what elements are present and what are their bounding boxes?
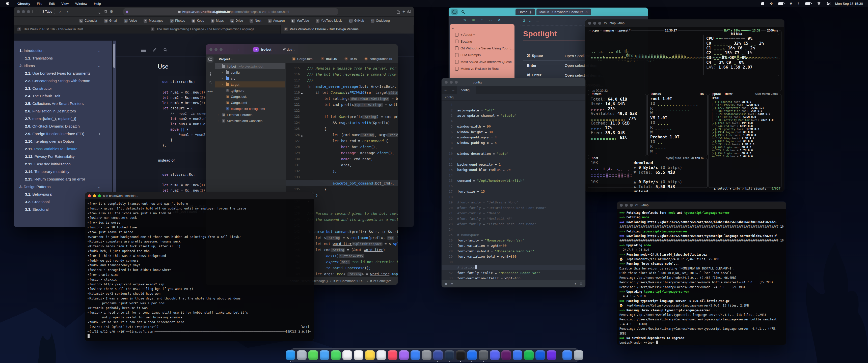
nav-forward-icon[interactable]: → [450,88,457,92]
ide-back-icon[interactable]: ← [225,47,232,52]
dock-icon-notes[interactable] [365,351,375,360]
dock-icon-calendar[interactable] [354,351,363,360]
search-icon[interactable] [460,9,466,14]
battery-icon[interactable] [805,2,811,5]
breadcrumb[interactable]: if let Some(pre... [370,279,394,283]
project-tool-icon[interactable] [207,57,214,63]
bookmark-item[interactable]: GCalendar [77,19,100,23]
toc-item[interactable]: 2. Idioms⌄ [20,63,97,68]
bookmark-item[interactable]: ◯GitHub [347,19,366,23]
folder-icon[interactable] [451,9,458,14]
add-tab-icon[interactable]: + [402,9,405,14]
bookmark-item[interactable]: ❝Messages [141,19,165,23]
zed-traffic-lights[interactable] [444,81,458,84]
ide-traffic-lights[interactable] [210,48,222,51]
share-icon[interactable] [397,10,400,13]
toc-item[interactable]: 2.13. Easy doc initialization [20,162,97,166]
toc-item[interactable]: 2.2. Concatenating Strings with format! [20,78,97,83]
active-app-name[interactable]: Ghostty [14,2,34,5]
dock-icon-downloads[interactable] [562,351,572,360]
toc-item[interactable]: 1.1. Translations [20,56,97,61]
zed-tab-config[interactable]: config [457,86,476,94]
browser-toolbar[interactable]: 3 Tabs ‹ › ⚙ https://rust-unofficial.git… [14,7,414,16]
terminal-icon[interactable]: ▤ [451,282,453,286]
fan-stats-icon[interactable]: ✣ [770,2,773,5]
feedback-icon[interactable]: ☰ [580,282,582,286]
editor-tab[interactable]: Rconfiguration.rs [361,55,395,63]
copy-tabs-icon[interactable] [407,10,411,13]
tree-row[interactable]: › src [215,75,285,81]
dock-icon-bitwarden[interactable] [535,351,545,360]
irc-title-bar[interactable]: ssh brian@hatemachin... [85,192,314,199]
browser-traffic-lights[interactable] [17,10,30,13]
note-file-item[interactable]: + About + [452,31,515,38]
bookmark-item[interactable]: ▶YouTube [289,19,311,23]
tree-row[interactable]: › config [215,69,285,75]
toc-item[interactable]: 2.9. Foreign function interface (FFI)› [20,131,97,136]
brew-terminal-body[interactable]: ==> Fetching downloads for: node and typ… [617,209,786,345]
sidebar-toggle-icon[interactable] [33,10,37,13]
ide-title-bar[interactable]: ← → IB irc-bot ⌄ dev ⌄ [206,44,398,55]
bookmark-item[interactable]: MGmail [102,19,120,23]
project-name[interactable]: irc-bot [261,47,271,52]
toc-item[interactable]: 2.8. On-Stack Dynamic Dispatch [20,124,97,129]
back-arrow-icon[interactable]: ← [529,19,532,23]
process-tree[interactable]: [-]-1 launchd root 0B 0.0 ├─ 4173 Previe… [711,100,774,158]
commit-tool-icon[interactable] [209,72,212,77]
expand-icon[interactable]: ▭ [489,18,492,22]
zed-breadcrumb[interactable]: config [441,94,585,101]
breadcrumb[interactable]: if let Command::PR... [333,279,365,283]
brew-traffic-lights[interactable] [620,204,633,207]
toc-item[interactable]: 2.3. Constructor [20,86,97,91]
nav-back-icon[interactable]: ← [441,88,450,92]
tabs-count-button[interactable]: 3 Tabs [40,9,55,14]
toc-item[interactable]: 2.12. Privacy For Extensibility [20,154,97,159]
assistant-icon[interactable]: ✦ [574,282,577,286]
bookmark-item[interactable]: ▣Keep [189,19,207,23]
back-button[interactable]: ‹ [58,9,63,14]
note-file-item[interactable]: Boating [452,38,515,45]
dock-icon-signal[interactable] [513,351,522,360]
dock-icon-maps[interactable] [331,351,341,360]
project-panel-header[interactable]: Project ⌄ [215,55,285,63]
toc-item[interactable]: 2.15. Return consumed arg on error [20,177,97,182]
notes-root-row[interactable]: ⌄ + [452,26,515,30]
menu-clock[interactable]: Mon Sep 15 15:30 [835,2,863,5]
toc-item[interactable]: 2.4. The Default Trait [20,94,97,98]
toc-item[interactable]: 2.14. Temporary mutability [20,169,97,174]
note-file-item[interactable]: Most Asked Java Interview Questi... [452,59,515,65]
toc-item[interactable]: 2.11. Pass Variables to Closure [20,146,97,151]
ups-battery-icon[interactable] [778,2,784,5]
dock-icon-music[interactable] [388,351,397,360]
dock-icon-mail[interactable] [320,351,329,360]
close-icon[interactable]: ✕ [585,10,588,14]
search-icon[interactable] [163,48,167,53]
dock-icon-system-settings[interactable] [422,351,432,360]
menu-item-help[interactable]: Help [91,2,104,5]
note-file-item[interactable]: Mutex vs RwLock in Rust [452,65,515,72]
menu-item-view[interactable]: View [58,2,72,5]
tree-row[interactable]: › target [215,81,285,88]
dock-icon-app-store[interactable] [410,351,420,360]
browser-tab[interactable]: RPass Variables to Closure - Rust Design… [281,25,414,34]
dock-icon-obsidian[interactable] [547,351,556,360]
sort-icon[interactable]: ⇡ [480,18,484,22]
tab-macos-keyboard[interactable]: MacOS X Keyboard Shortcuts ✕ [536,8,591,15]
tree-row[interactable]: ⌄ irc-bot ~/projects/irc-bot [215,63,285,69]
note-file-item[interactable]: Git Without a Server Using Your L... [452,45,515,52]
bluetooth-icon[interactable]: ᛒ [798,2,800,5]
bookmark-item[interactable]: ♪YouTube Music [313,19,345,23]
ide-forward-icon[interactable]: → [235,47,242,52]
dock-icon-photos[interactable] [342,351,352,360]
url-bar[interactable]: https://rust-unofficial.github.io/patter… [123,8,338,15]
forward-button[interactable]: › [65,9,70,14]
dock-icon-rustrover[interactable] [456,351,466,360]
dock-icon-launchpad[interactable] [297,351,307,360]
shield-icon[interactable] [98,10,101,13]
toc-item[interactable]: 2.1. Use borrowed types for arguments [20,71,97,76]
tree-row[interactable]: › ▤ External Libraries [215,112,285,118]
vpn-icon[interactable]: V [790,2,792,5]
btop-traffic-lights[interactable] [588,22,601,25]
toc-item[interactable]: 2.5. Collections Are Smart Pointers [20,101,97,106]
apple-menu-icon[interactable] [6,1,9,5]
